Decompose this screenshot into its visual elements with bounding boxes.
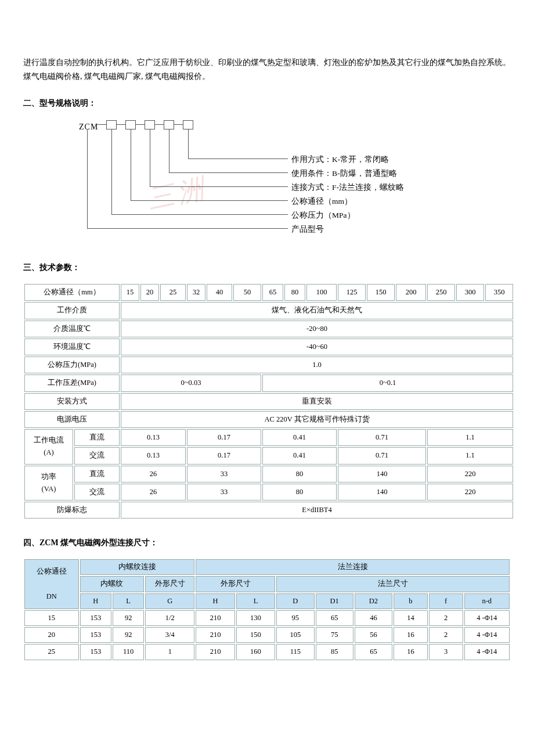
diagram-label-1: 使用条件：B-防爆，普通型略	[291, 167, 397, 181]
section-3-title: 三、技术参数：	[23, 261, 511, 275]
table-row: 工作电流 (A) 直流 0.13 0.17 0.41 0.71 1.1	[24, 429, 513, 446]
diagram-prefix: ZCM	[79, 120, 98, 134]
table-row: 防爆标志 E×dIIBT4	[24, 502, 513, 519]
diagram-label-5: 产品型号	[291, 223, 324, 236]
table-row: 安装方式 垂直安装	[24, 393, 513, 410]
section-4-title: 四、ZCM 煤气电磁阀外型连接尺寸：	[23, 536, 511, 550]
diagram-label-4: 公称压力（MPa）	[291, 209, 355, 222]
table-row: 25 153 110 1 210 160 115 85 65 16 3 4 -Φ…	[24, 644, 510, 660]
tech-params-table: 公称通径（mm） 15 20 25 32 40 50 65 80 100 125…	[23, 283, 514, 520]
diagram-label-0: 作用方式：K-常开，常闭略	[291, 153, 389, 167]
table-row: 电源电压 AC 220V 其它规格可作特殊订货	[24, 411, 513, 428]
diagram-label-3: 公称通径（mm）	[291, 195, 352, 208]
table-row: 环境温度℃ -40~60	[24, 339, 513, 355]
table-row: 公称压力(MPa) 1.0	[24, 357, 513, 373]
table-row: 工作压差(MPa) 0~0.03 0~0.1	[24, 375, 513, 391]
intro-paragraph: 进行温度自动控制的执行机构。它广泛应用于纺织业、印刷业的煤气热定型和玻璃、灯泡业…	[23, 56, 511, 84]
model-code-diagram: 三洲 ZCM 作用方式：K-常开，常闭略 使用条件：B-防爆，普通型略 连接方式…	[79, 118, 511, 244]
table-row: 公称通径（mm） 15 20 25 32 40 50 65 80 100 125…	[24, 284, 513, 301]
table-row: 工作介质 煤气、液化石油气和天然气	[24, 302, 513, 319]
table-row: H L G H L D D1 D2 b f n-d	[24, 593, 510, 609]
connection-size-table: 公称通径 DN 内螺纹连接 法兰连接 内螺纹 外形尺寸 外形尺寸 法兰尺寸 H …	[23, 558, 511, 661]
table-row: 内螺纹 外形尺寸 外形尺寸 法兰尺寸	[24, 576, 510, 592]
table-row: 交流 26 33 80 140 220	[24, 484, 513, 501]
table-row: 功率 (VA) 直流 26 33 80 140 220	[24, 466, 513, 483]
table-row: 公称通径 DN 内螺纹连接 法兰连接	[24, 559, 510, 575]
table-row: 20 153 92 3/4 210 150 105 75 56 16 2 4 -…	[24, 627, 510, 643]
table-row: 交流 0.13 0.17 0.41 0.71 1.1	[24, 447, 513, 464]
conn-dn-label: 公称通径 DN	[24, 559, 79, 609]
diagram-label-2: 连接方式：F-法兰连接，螺纹略	[291, 181, 404, 195]
dn-label: 公称通径（mm）	[24, 284, 120, 301]
section-2-title: 二、型号规格说明：	[23, 96, 511, 110]
table-row: 15 153 92 1/2 210 130 95 65 46 14 2 4 -Φ…	[24, 610, 510, 626]
table-row: 介质温度℃ -20~80	[24, 321, 513, 337]
